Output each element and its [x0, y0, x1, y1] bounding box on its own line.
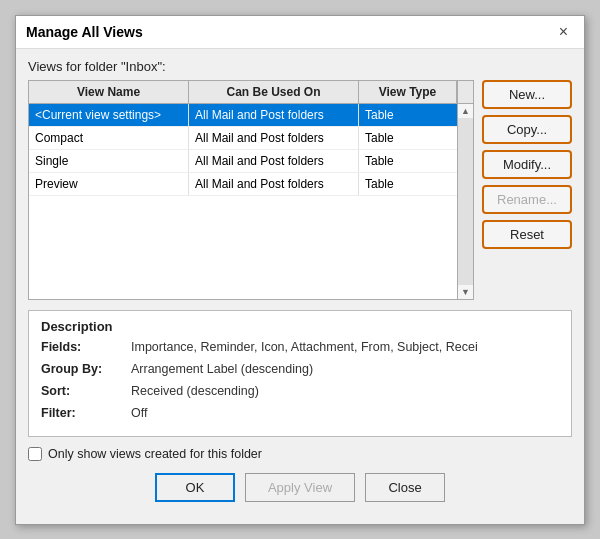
ok-button[interactable]: OK — [155, 473, 235, 502]
cell-type: Table — [359, 150, 457, 172]
cell-name: Preview — [29, 173, 189, 195]
views-table: View Name Can Be Used On View Type <Curr… — [28, 80, 474, 300]
col-header-used: Can Be Used On — [189, 81, 359, 103]
cell-used: All Mail and Post folders — [189, 150, 359, 172]
scroll-track[interactable] — [458, 118, 473, 285]
desc-row-sort: Sort: Received (descending) — [41, 384, 559, 398]
checkbox-label[interactable]: Only show views created for this folder — [48, 447, 262, 461]
cell-used: All Mail and Post folders — [189, 127, 359, 149]
desc-row-fields: Fields: Importance, Reminder, Icon, Atta… — [41, 340, 559, 354]
table-row[interactable]: Compact All Mail and Post folders Table — [29, 127, 457, 150]
cell-type: Table — [359, 104, 457, 126]
desc-key-filter: Filter: — [41, 406, 131, 420]
desc-row-filter: Filter: Off — [41, 406, 559, 420]
desc-val-sort: Received (descending) — [131, 384, 559, 398]
col-header-name: View Name — [29, 81, 189, 103]
desc-val-fields: Importance, Reminder, Icon, Attachment, … — [131, 340, 559, 354]
action-buttons: New... Copy... Modify... Rename... Reset — [482, 80, 572, 300]
main-area: View Name Can Be Used On View Type <Curr… — [28, 80, 572, 300]
cell-name: Compact — [29, 127, 189, 149]
table-row[interactable]: Single All Mail and Post folders Table — [29, 150, 457, 173]
checkbox-row: Only show views created for this folder — [28, 447, 572, 461]
table-row[interactable]: <Current view settings> All Mail and Pos… — [29, 104, 457, 127]
cell-name: <Current view settings> — [29, 104, 189, 126]
dialog-title: Manage All Views — [26, 24, 143, 40]
footer-buttons: OK Apply View Close — [28, 473, 572, 512]
scrollbar[interactable]: ▲ ▼ — [457, 104, 473, 299]
close-icon[interactable]: × — [553, 22, 574, 42]
desc-row-groupby: Group By: Arrangement Label (descending) — [41, 362, 559, 376]
desc-key-fields: Fields: — [41, 340, 131, 354]
dialog-body: Views for folder "Inbox": View Name Can … — [16, 49, 584, 524]
manage-all-views-dialog: Manage All Views × Views for folder "Inb… — [15, 15, 585, 525]
cell-used: All Mail and Post folders — [189, 173, 359, 195]
reset-button[interactable]: Reset — [482, 220, 572, 249]
col-header-type: View Type — [359, 81, 457, 103]
desc-val-filter: Off — [131, 406, 559, 420]
cell-name: Single — [29, 150, 189, 172]
copy-button[interactable]: Copy... — [482, 115, 572, 144]
only-show-views-checkbox[interactable] — [28, 447, 42, 461]
table-header: View Name Can Be Used On View Type — [29, 81, 473, 104]
scroll-down-icon[interactable]: ▼ — [458, 285, 473, 299]
modify-button[interactable]: Modify... — [482, 150, 572, 179]
new-button[interactable]: New... — [482, 80, 572, 109]
cell-type: Table — [359, 127, 457, 149]
desc-val-groupby: Arrangement Label (descending) — [131, 362, 559, 376]
scroll-up-icon[interactable]: ▲ — [458, 104, 473, 118]
desc-key-sort: Sort: — [41, 384, 131, 398]
cell-used: All Mail and Post folders — [189, 104, 359, 126]
cell-type: Table — [359, 173, 457, 195]
table-body: <Current view settings> All Mail and Pos… — [29, 104, 457, 299]
rename-button[interactable]: Rename... — [482, 185, 572, 214]
dialog-close-button[interactable]: Close — [365, 473, 445, 502]
section-label: Views for folder "Inbox": — [28, 59, 572, 74]
description-box: Description Fields: Importance, Reminder… — [28, 310, 572, 437]
description-title: Description — [41, 319, 559, 334]
apply-view-button[interactable]: Apply View — [245, 473, 355, 502]
table-row[interactable]: Preview All Mail and Post folders Table — [29, 173, 457, 196]
title-bar: Manage All Views × — [16, 16, 584, 49]
desc-key-groupby: Group By: — [41, 362, 131, 376]
